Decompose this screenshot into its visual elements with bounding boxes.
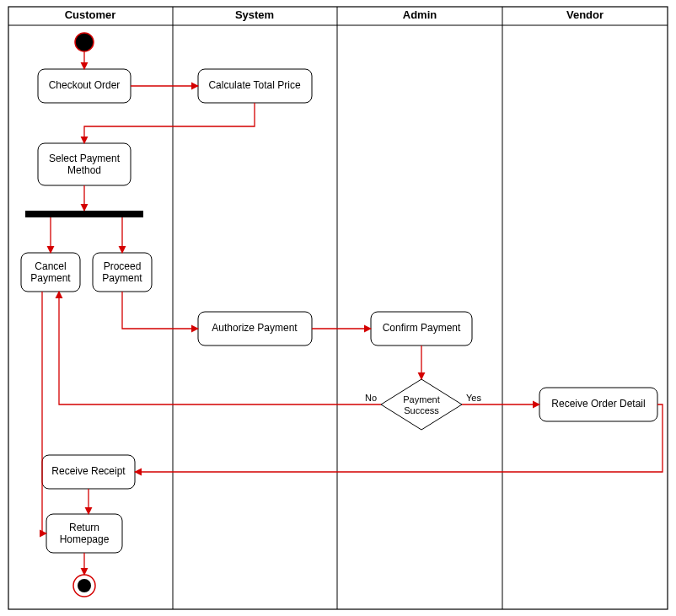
lane-header-admin: Admin (403, 8, 437, 21)
svg-text:Proceed: Proceed (104, 260, 142, 272)
svg-text:Receive Order Detail: Receive Order Detail (551, 398, 645, 410)
svg-text:Checkout Order: Checkout Order (49, 79, 121, 91)
svg-text:Payment: Payment (403, 394, 439, 404)
edges (42, 51, 663, 575)
activity-confirm-payment: Confirm Payment (371, 312, 472, 345)
svg-text:Select Payment: Select Payment (49, 153, 121, 164)
svg-text:Payment: Payment (30, 272, 71, 284)
activity-checkout-order: Checkout Order (38, 69, 131, 103)
edge-label-yes: Yes (466, 393, 481, 403)
activity-select-payment-method: Select Payment Method (38, 143, 131, 185)
activity-proceed-payment: Proceed Payment (93, 253, 152, 292)
svg-point-5 (75, 33, 94, 51)
start-node (75, 33, 94, 51)
activity-authorize-payment: Authorize Payment (198, 312, 312, 345)
svg-text:Calculate Total Price: Calculate Total Price (208, 79, 300, 91)
lane-header-system: System (235, 8, 274, 21)
edge-label-no: No (365, 393, 377, 403)
svg-rect-13 (25, 211, 143, 217)
svg-text:Homepage: Homepage (60, 533, 110, 545)
svg-text:Method: Method (67, 164, 101, 176)
end-node (73, 575, 95, 597)
svg-text:Success: Success (404, 405, 439, 415)
svg-point-34 (78, 579, 91, 592)
svg-text:Confirm Payment: Confirm Payment (383, 322, 461, 334)
decision-payment-success: Payment Success (381, 379, 462, 430)
svg-text:Receive Receipt: Receive Receipt (51, 465, 126, 477)
svg-text:Cancel: Cancel (35, 260, 66, 272)
activity-return-homepage: Return Homepage (46, 514, 122, 553)
activity-diagram: Customer System Admin Vendor Checkout Or… (0, 0, 676, 616)
svg-text:Return: Return (69, 522, 99, 533)
lane-header-customer: Customer (65, 8, 116, 21)
activity-calculate-total-price: Calculate Total Price (198, 69, 312, 103)
activity-receive-receipt: Receive Receipt (42, 455, 135, 489)
activity-receive-order-detail: Receive Order Detail (539, 388, 657, 421)
svg-text:Authorize Payment: Authorize Payment (212, 322, 298, 334)
lane-header-vendor: Vendor (566, 8, 604, 21)
svg-text:Payment: Payment (102, 272, 142, 284)
fork-bar (25, 211, 143, 217)
activity-cancel-payment: Cancel Payment (21, 253, 80, 292)
